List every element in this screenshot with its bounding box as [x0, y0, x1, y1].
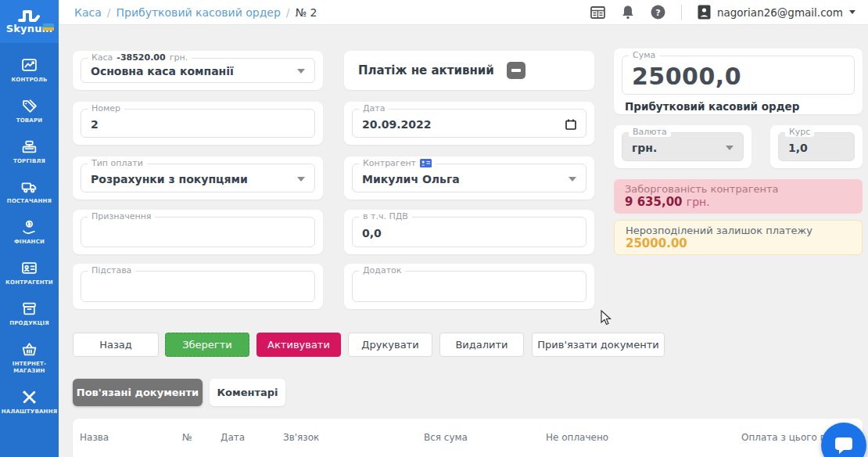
- debt-label: Заборгованість контрагента: [625, 183, 852, 195]
- kasa-value: Основна каса компанії: [91, 65, 234, 77]
- rate-input[interactable]: Курс 1,0: [778, 132, 855, 161]
- delete-button[interactable]: Видалити: [439, 333, 524, 357]
- sidebar-item-counterparties[interactable]: КОНТРАГЕНТИ: [0, 260, 59, 287]
- tools-icon: [21, 389, 38, 405]
- sidebar-item-online-store[interactable]: ІНТЕРНЕТ-МАГАЗИН: [0, 341, 59, 376]
- rate-label: Курс: [785, 127, 814, 137]
- topbar-actions: ? nagorian26@gmail.com: [590, 5, 855, 20]
- sum-value: 25000,0: [632, 63, 741, 90]
- contact-card-icon: [420, 159, 432, 167]
- hand-dollar-icon: [21, 219, 38, 236]
- breadcrumb-current: № 2: [296, 6, 317, 19]
- debt-panel: Заборгованість контрагента 9 635,00 грн.: [614, 179, 863, 214]
- unallocated-value: 25000.00: [626, 236, 851, 250]
- date-input[interactable]: Дата 20.09.2022: [352, 109, 586, 138]
- sidebar-item-goods[interactable]: ТОВАРИ: [0, 98, 59, 125]
- basis-card: Підстава: [73, 264, 323, 309]
- currency-label: Валюта: [629, 127, 671, 137]
- print-button[interactable]: Друкувати: [348, 333, 432, 357]
- basis-label: Підстава: [88, 265, 135, 275]
- user-badge-icon: [698, 5, 711, 20]
- payment-type-value: Розрахунки з покупцями: [91, 173, 248, 185]
- kasa-card: Каса-38520.00грн. Основна каса компанії: [73, 51, 323, 90]
- sidebar-item-trade[interactable]: ТОРГІВЛЯ: [0, 139, 59, 166]
- calendar-icon[interactable]: [565, 119, 576, 130]
- chevron-down-icon: [297, 177, 305, 182]
- col-number: №: [182, 432, 192, 443]
- sidebar-item-supply[interactable]: ПОСТАЧАННЯ: [0, 178, 59, 206]
- activate-button[interactable]: Активувати: [256, 333, 341, 357]
- link-documents-button[interactable]: Прив'язати документи: [532, 333, 665, 357]
- debt-value: 9 635,00 грн.: [625, 195, 852, 209]
- chevron-down-icon: [849, 10, 855, 14]
- breadcrumb-section-link[interactable]: Прибутковий касовий ордер: [117, 6, 281, 19]
- currency-value: грн.: [632, 142, 657, 154]
- date-label: Дата: [359, 103, 389, 113]
- linked-documents-table: Назва № Дата Зв'язок Вся сума Не оплачен…: [73, 419, 863, 457]
- counterparty-label: Контрагент: [359, 158, 436, 168]
- col-unpaid: Не оплачено: [546, 432, 608, 443]
- attachment-label: Додаток: [359, 265, 405, 275]
- breadcrumb-root-link[interactable]: Каса: [74, 6, 102, 19]
- vat-card: в т.ч. ПДВ 0,0: [344, 210, 594, 254]
- kasa-select[interactable]: Каса-38520.00грн. Основна каса компанії: [81, 58, 315, 83]
- sidebar-item-settings[interactable]: НАЛАШТУВАННЯ: [0, 389, 59, 416]
- user-menu[interactable]: nagorian26@gmail.com: [698, 5, 855, 20]
- tab-comments[interactable]: Коментарі: [210, 379, 285, 406]
- number-label: Номер: [88, 103, 124, 113]
- pulse-wave-icon: [18, 9, 41, 24]
- sum-card: Сума 25000,0 Прибутковий касовий ордер: [614, 49, 863, 114]
- col-total: Вся сума: [424, 432, 468, 443]
- help-icon[interactable]: ?: [651, 5, 665, 20]
- payment-type-card: Тип оплати Розрахунки з покупцями: [73, 157, 323, 200]
- basis-input[interactable]: Підстава: [81, 271, 315, 302]
- number-input[interactable]: Номер 2: [81, 109, 315, 138]
- sidebar-item-production[interactable]: ПРОДУКЦІЯ: [0, 300, 59, 328]
- notifications-bell-icon[interactable]: [621, 5, 635, 20]
- currency-card: Валюта грн.: [614, 125, 751, 168]
- truck-icon: [21, 178, 38, 195]
- app-logo[interactable]: Skynum: [0, 0, 59, 43]
- col-name: Назва: [80, 432, 109, 443]
- breadcrumb: Каса / Прибутковий касовий ордер / № 2: [74, 6, 317, 19]
- contacts-card-icon: [21, 260, 38, 276]
- chevron-down-icon: [569, 177, 576, 182]
- tab-linked-documents[interactable]: Пов'язані документи: [73, 379, 203, 406]
- payment-active-toggle[interactable]: [507, 62, 525, 79]
- purpose-input[interactable]: Призначення: [81, 217, 315, 247]
- sum-input[interactable]: Сума 25000,0: [622, 56, 855, 95]
- news-panel-icon[interactable]: [590, 6, 605, 19]
- mouse-cursor: [598, 310, 612, 326]
- sidebar-nav: КОНТРОЛЬ ТОВАРИ ТОРГІВЛЯ ПОСТАЧАННЯ ФІНА…: [0, 43, 59, 416]
- sidebar: Skynum КОНТРОЛЬ ТОВАРИ ТОРГІВЛЯ ПОСТАЧАН…: [0, 0, 59, 457]
- currency-select[interactable]: Валюта грн.: [622, 132, 744, 161]
- date-card: Дата 20.09.2022: [344, 102, 594, 145]
- sum-caption: Прибутковий касовий ордер: [625, 100, 855, 113]
- sidebar-item-finance[interactable]: ФІНАНСИ: [0, 219, 59, 246]
- payment-type-label: Тип оплати: [88, 158, 147, 168]
- breadcrumb-separator: /: [107, 6, 111, 19]
- save-button[interactable]: Зберегти: [165, 333, 249, 357]
- unallocated-panel: Нерозподілений залишок платежу 25000.00: [614, 220, 863, 255]
- counterparty-select[interactable]: Контрагент Микулич Ольга: [352, 164, 586, 193]
- chat-icon: [834, 436, 854, 455]
- col-date: Дата: [221, 432, 245, 443]
- purpose-label: Призначення: [88, 211, 155, 221]
- number-card: Номер 2: [73, 102, 323, 145]
- rate-card: Курс 1,0: [770, 125, 863, 168]
- cash-register-icon: [21, 139, 38, 155]
- breadcrumb-separator: /: [286, 6, 290, 19]
- payment-type-select[interactable]: Тип оплати Розрахунки з покупцями: [81, 164, 315, 193]
- vat-input[interactable]: в т.ч. ПДВ 0,0: [352, 217, 586, 247]
- date-value: 20.09.2022: [362, 118, 432, 131]
- back-button[interactable]: Назад: [73, 333, 159, 357]
- counterparty-value: Микулич Ольга: [362, 173, 460, 185]
- user-email: nagorian26@gmail.com: [717, 6, 843, 19]
- sidebar-item-control[interactable]: КОНТРОЛЬ: [0, 57, 59, 85]
- rate-value: 1,0: [788, 142, 808, 154]
- kasa-label: Каса-38520.00грн.: [88, 52, 192, 63]
- topbar: Каса / Прибутковий касовий ордер / № 2 ?…: [59, 0, 868, 25]
- number-value: 2: [91, 118, 99, 131]
- attachment-input[interactable]: Додаток: [352, 271, 586, 302]
- box-icon: [21, 300, 38, 317]
